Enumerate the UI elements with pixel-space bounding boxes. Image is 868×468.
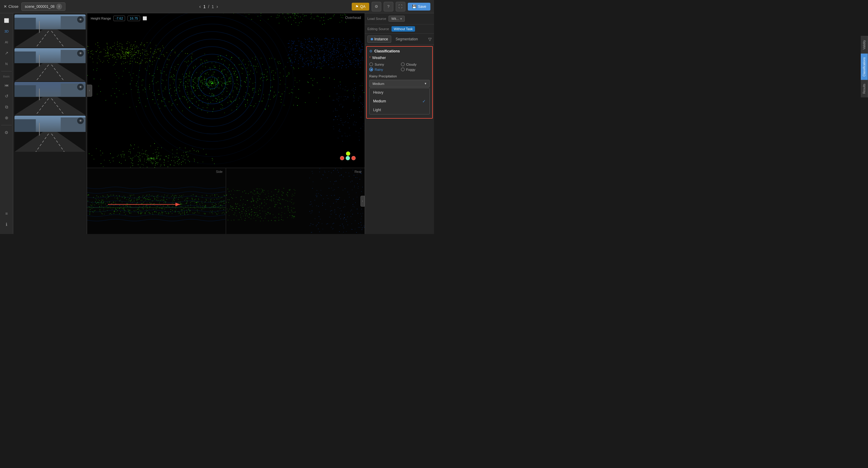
- dropdown-item-light[interactable]: Light: [370, 106, 430, 114]
- height-max[interactable]: 16.75: [127, 16, 140, 21]
- tool-2d[interactable]: ⬜: [2, 16, 11, 25]
- precipitation-dropdown[interactable]: Medium ▾: [369, 80, 430, 87]
- radio-foggy-label: Foggy: [406, 68, 415, 71]
- crosshair-center: [346, 156, 350, 160]
- instance-seg-tabs: Instance Segmentation ▽: [365, 34, 434, 45]
- eye-icon-1[interactable]: 👁: [77, 16, 84, 23]
- pointcloud-canvas: [87, 13, 365, 168]
- help-icon-button[interactable]: ?: [384, 2, 393, 11]
- thumbnail-2[interactable]: 👁: [14, 48, 86, 81]
- tool-3d[interactable]: 3D: [2, 27, 11, 36]
- classifications-icon: ⚙: [369, 49, 373, 53]
- main-viewport[interactable]: Height Range -7.62 16.75 ⬜ Overhead ‹: [87, 13, 365, 168]
- radio-rainy-label: Rainy: [375, 68, 383, 71]
- classifications-section: ⚙ Classifications * Weather Sunny Cloudy: [366, 46, 433, 119]
- overhead-label: Overhead: [345, 16, 361, 20]
- radio-sunny-label: Sunny: [375, 63, 384, 66]
- page-sep: /: [208, 4, 209, 9]
- medium-label: Medium: [373, 99, 386, 103]
- right-panel: Load Source Wit... × Editing Source With…: [365, 13, 434, 234]
- tool-settings[interactable]: ⚙: [2, 128, 11, 137]
- tool-bottom-1[interactable]: ≡: [2, 209, 11, 218]
- settings-icon-button[interactable]: ⚙: [372, 2, 381, 11]
- without-task-button[interactable]: Wit... ×: [389, 16, 405, 22]
- top-bar: ✕ Close scene_000001_08 i ‹ 1 / 1 › ⚑ QA…: [0, 0, 434, 13]
- next-button[interactable]: ›: [216, 4, 218, 9]
- crosshair-green: [346, 152, 350, 156]
- expand-side-button[interactable]: ›: [361, 196, 365, 207]
- check-icon: ✓: [422, 99, 426, 104]
- radio-sunny[interactable]: Sunny: [369, 62, 398, 66]
- sub-viewports: Side Rear ›: [87, 168, 365, 234]
- side-viewport[interactable]: Side: [87, 168, 226, 234]
- radio-rainy-circle[interactable]: [369, 67, 373, 71]
- radio-foggy-circle[interactable]: [401, 67, 405, 71]
- qa-icon: ⚑: [355, 4, 359, 9]
- weather-text: Weather: [372, 56, 386, 60]
- tool-n[interactable]: N: [2, 59, 11, 69]
- tool-rotate[interactable]: ↺: [2, 91, 11, 101]
- height-min[interactable]: -7.62: [113, 16, 125, 21]
- scene-tag: scene_000001_08 i: [22, 2, 65, 11]
- eye-icon-4[interactable]: 👁: [77, 118, 84, 124]
- radio-foggy[interactable]: Foggy: [401, 67, 430, 71]
- dropdown-menu: Heavy Medium ✓ Light: [369, 88, 430, 114]
- classifications-title: Classifications: [374, 49, 400, 53]
- crosshair-red: [340, 156, 344, 160]
- dropdown-item-heavy[interactable]: Heavy: [370, 88, 430, 97]
- instance-tab[interactable]: Instance: [367, 36, 391, 43]
- info-button[interactable]: i: [56, 4, 62, 10]
- height-range-label: Height Range: [91, 16, 111, 20]
- top-bar-right: ⚑ QA ⚙ ? ⛶ 💾 Save: [352, 2, 430, 11]
- expand-icon[interactable]: ⬜: [143, 16, 147, 21]
- weather-radio-group: Sunny Cloudy Rainy Foggy: [369, 62, 430, 71]
- page-total: 1: [212, 4, 214, 9]
- thumbnail-4[interactable]: 👁: [14, 115, 86, 152]
- basic-label: Basic: [0, 74, 13, 79]
- filter-icon[interactable]: ▽: [428, 37, 432, 41]
- tool-prev-frame[interactable]: ⏮: [2, 80, 11, 90]
- radio-rainy[interactable]: Rainy: [369, 67, 398, 71]
- radio-cloudy-circle[interactable]: [401, 62, 405, 66]
- segmentation-tab-label: Segmentation: [396, 37, 418, 41]
- instance-tab-dot: [371, 38, 373, 40]
- main-content: ⬜ 3D AI ↗ N Basic ⏮ ↺ ⧉ ⊕ ⚙ ≡ ℹ 👁 👁 👁: [0, 13, 434, 234]
- qa-button[interactable]: ⚑ QA: [352, 3, 369, 10]
- radio-cloudy[interactable]: Cloudy: [401, 62, 430, 66]
- close-tag-icon[interactable]: ×: [400, 17, 402, 21]
- prev-button[interactable]: ‹: [199, 4, 201, 9]
- rear-canvas: [226, 168, 365, 234]
- save-label: Save: [418, 4, 426, 9]
- precipitation-dropdown-wrapper: Medium ▾ Heavy Medium ✓ Light: [369, 80, 430, 114]
- tool-filter[interactable]: ⊕: [2, 113, 11, 123]
- toolbar-divider-2: [1, 125, 11, 125]
- thumbnail-3[interactable]: 👁: [14, 82, 86, 115]
- eye-icon-3[interactable]: 👁: [77, 84, 84, 90]
- side-label: Side: [216, 170, 222, 173]
- eye-icon-2[interactable]: 👁: [77, 50, 84, 57]
- thumbnail-1[interactable]: 👁: [14, 14, 86, 47]
- save-button[interactable]: 💾 Save: [408, 3, 430, 10]
- rear-viewport[interactable]: Rear ›: [226, 168, 365, 234]
- tool-layers[interactable]: ⧉: [2, 102, 11, 112]
- fullscreen-icon-button[interactable]: ⛶: [396, 2, 405, 11]
- editing-source-row: Editing Source Without Task: [365, 24, 434, 34]
- x-icon: ✕: [4, 4, 7, 9]
- tool-arrow[interactable]: ↗: [2, 48, 11, 58]
- precipitation-label: Rainy Precipitation: [369, 74, 430, 78]
- instance-tab-label: Instance: [374, 37, 388, 41]
- close-button[interactable]: ✕ Close: [4, 4, 19, 9]
- segmentation-tab[interactable]: Segmentation: [393, 36, 421, 42]
- without-task-full-button[interactable]: Without Task: [392, 26, 415, 32]
- dropdown-item-medium[interactable]: Medium ✓: [370, 97, 430, 106]
- top-bar-center: ‹ 1 / 1 ›: [199, 4, 218, 9]
- tool-bottom-2[interactable]: ℹ: [2, 220, 11, 229]
- required-star: *: [369, 56, 371, 60]
- tool-ai[interactable]: AI: [2, 37, 11, 47]
- collapse-panel-button[interactable]: ‹: [87, 85, 92, 97]
- qa-label: QA: [360, 4, 365, 9]
- radio-sunny-circle[interactable]: [369, 62, 373, 66]
- toolbar-divider-1: [1, 71, 11, 71]
- thumbnail-panel: 👁 👁 👁 👁: [13, 13, 87, 234]
- heavy-label: Heavy: [373, 90, 383, 95]
